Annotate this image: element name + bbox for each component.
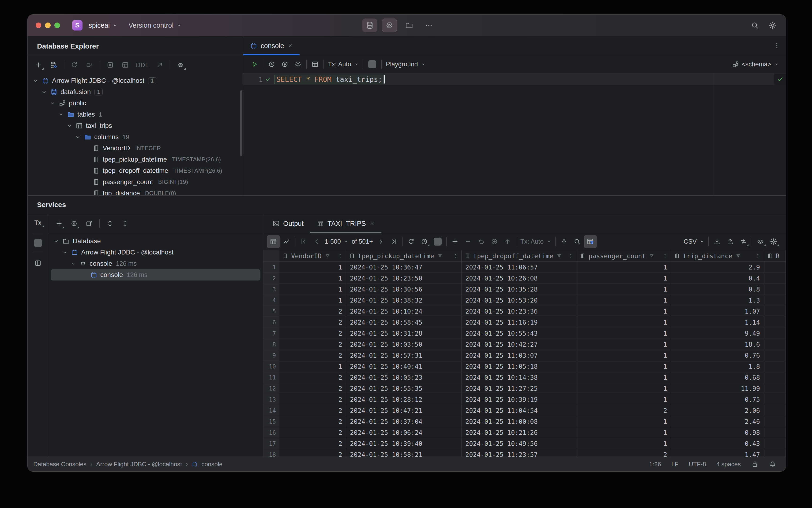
chevron-down-icon[interactable] xyxy=(31,78,40,84)
table-cell[interactable]: 0.8 xyxy=(671,284,764,295)
disconnect-button[interactable] xyxy=(83,58,96,72)
table-cell[interactable]: 1 xyxy=(577,262,671,272)
tx-strip-button[interactable]: Tx xyxy=(35,219,42,226)
chevron-down-icon[interactable] xyxy=(65,123,74,129)
project-selector[interactable]: spiceai xyxy=(89,22,118,29)
sort-icon[interactable] xyxy=(755,253,761,259)
column-header-vendorid[interactable]: VendorID xyxy=(279,250,346,261)
tab-output[interactable]: Output xyxy=(263,214,310,233)
table-cell[interactable]: 1 xyxy=(577,372,671,383)
column-header-tpep_dropoff_datetime[interactable]: tpep_dropoff_datetime xyxy=(461,250,577,261)
add-service-button[interactable] xyxy=(52,217,65,230)
table-cell[interactable] xyxy=(764,449,786,457)
table-cell[interactable]: 2024-01-25 10:53:20 xyxy=(461,295,577,306)
column-header-passenger_count[interactable]: passenger_count xyxy=(577,250,671,261)
chart-view-button[interactable] xyxy=(280,235,293,248)
table-cell[interactable]: 1 xyxy=(279,273,346,284)
chevron-down-icon[interactable] xyxy=(39,89,49,95)
sort-icon[interactable] xyxy=(662,253,668,259)
row-number[interactable]: 5 xyxy=(263,306,279,316)
inspection-status[interactable] xyxy=(774,73,786,85)
refresh-button[interactable] xyxy=(68,58,81,72)
execute-button[interactable] xyxy=(248,58,261,71)
tree-item[interactable]: console126 ms xyxy=(48,258,263,269)
encoding-indicator[interactable]: UTF-8 xyxy=(689,461,706,468)
last-page-button[interactable] xyxy=(388,235,401,248)
table-cell[interactable]: 2024-01-25 10:35:28 xyxy=(461,284,577,295)
filter-funnel-icon[interactable] xyxy=(556,253,562,259)
scrollbar-thumb[interactable] xyxy=(240,90,242,156)
table-cell[interactable]: 2024-01-25 11:23:57 xyxy=(461,449,577,457)
ddl-button[interactable]: DDL xyxy=(134,61,151,69)
table-cell[interactable]: 2024-01-25 11:16:19 xyxy=(461,317,577,328)
breadcrumb-item[interactable]: Database Consoles xyxy=(33,461,87,468)
table-cell[interactable]: 2024-01-25 10:28:12 xyxy=(346,394,461,405)
table-cell[interactable]: 1.8 xyxy=(671,361,764,372)
table-cell[interactable]: 11.99 xyxy=(671,383,764,394)
find-button[interactable] xyxy=(571,235,584,248)
table-cell[interactable]: 1 xyxy=(577,438,671,449)
open-data-button[interactable] xyxy=(119,58,132,72)
table-cell[interactable]: 2 xyxy=(279,350,346,361)
search-icon[interactable] xyxy=(751,21,759,30)
table-cell[interactable]: 2.9 xyxy=(671,262,764,272)
chevron-down-icon[interactable] xyxy=(56,112,65,118)
table-cell[interactable] xyxy=(764,361,786,372)
table-cell[interactable] xyxy=(764,273,786,284)
chevron-down-icon[interactable] xyxy=(52,238,61,244)
table-cell[interactable]: 2024-01-25 10:23:36 xyxy=(461,306,577,316)
table-cell[interactable]: 0.43 xyxy=(671,438,764,449)
row-number[interactable]: 15 xyxy=(263,416,279,427)
chevron-down-icon[interactable] xyxy=(60,249,70,255)
column-header-tpep_pickup_datetime[interactable]: tpep_pickup_datetime xyxy=(346,250,461,261)
table-cell[interactable]: 2 xyxy=(577,449,671,457)
table-cell[interactable]: 2024-01-25 11:03:07 xyxy=(461,350,577,361)
line-ending-indicator[interactable]: LF xyxy=(671,461,678,468)
previous-page-button[interactable] xyxy=(310,235,323,248)
table-cell[interactable] xyxy=(764,306,786,316)
table-cell[interactable]: 1 xyxy=(577,317,671,328)
tree-item[interactable]: tables1 xyxy=(28,109,243,120)
tree-item[interactable]: Database xyxy=(48,236,263,247)
row-number[interactable]: 10 xyxy=(263,361,279,372)
table-cell[interactable]: 0.76 xyxy=(671,350,764,361)
table-cell[interactable]: 2 xyxy=(279,427,346,438)
reload-page-button[interactable] xyxy=(405,235,418,248)
grid-view-button[interactable] xyxy=(267,235,280,248)
table-cell[interactable]: 2024-01-25 10:36:47 xyxy=(346,262,461,272)
schema-select[interactable]: <schema> xyxy=(732,60,780,68)
table-cell[interactable]: 2024-01-25 10:57:31 xyxy=(346,350,461,361)
tree-item[interactable]: taxi_trips xyxy=(28,120,243,131)
table-cell[interactable]: 2024-01-25 11:00:08 xyxy=(461,416,577,427)
table-cell[interactable]: 2.06 xyxy=(671,405,764,416)
table-cell[interactable]: 2024-01-25 10:58:45 xyxy=(346,317,461,328)
breadcrumb-item[interactable]: Arrow Flight JDBC - @localhost xyxy=(96,461,182,468)
table-cell[interactable]: 2 xyxy=(279,317,346,328)
breadcrumb-item[interactable]: console xyxy=(201,461,223,468)
database-tool-button[interactable] xyxy=(362,18,377,32)
delete-row-button[interactable] xyxy=(461,235,475,248)
table-cell[interactable]: 1 xyxy=(279,262,346,272)
row-number[interactable]: 13 xyxy=(263,394,279,405)
settings-gear-icon[interactable] xyxy=(768,21,777,30)
filter-funnel-icon[interactable] xyxy=(324,253,330,259)
table-cell[interactable]: 1.07 xyxy=(671,306,764,316)
table-cell[interactable]: 2024-01-25 10:42:27 xyxy=(461,339,577,350)
chevron-down-icon[interactable] xyxy=(73,134,83,140)
tree-item[interactable]: console126 ms xyxy=(51,269,261,281)
indent-indicator[interactable]: 4 spaces xyxy=(716,461,741,468)
table-cell[interactable]: 1 xyxy=(279,295,346,306)
table-cell[interactable]: 1 xyxy=(279,284,346,295)
table-cell[interactable]: 1 xyxy=(577,273,671,284)
tree-item[interactable]: tpep_dropoff_datetimeTIMESTAMP(26,6) xyxy=(28,165,243,176)
filter-funnel-icon[interactable] xyxy=(648,253,655,259)
row-number[interactable]: 2 xyxy=(263,273,279,284)
zoom-window-button[interactable] xyxy=(54,23,60,28)
layout-icon[interactable] xyxy=(34,259,42,267)
table-cell[interactable] xyxy=(764,372,786,383)
pin-tab-button[interactable] xyxy=(557,235,571,248)
import-data-button[interactable] xyxy=(724,235,737,248)
tab-taxi-trips[interactable]: TAXI_TRIPS xyxy=(310,214,381,233)
row-number[interactable]: 7 xyxy=(263,328,279,339)
browse-tables-button[interactable] xyxy=(309,58,322,71)
